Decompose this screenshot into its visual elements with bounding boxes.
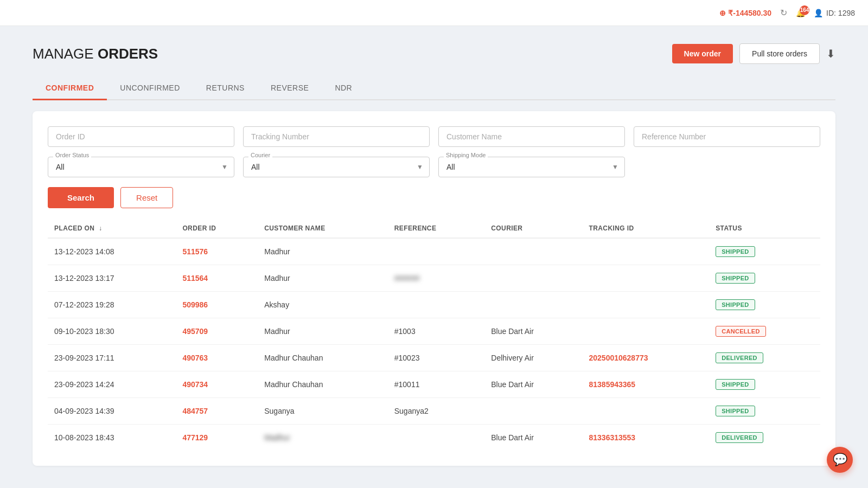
- tab-reverse[interactable]: REVERSE: [258, 77, 322, 100]
- tracking-number-input[interactable]: [243, 126, 430, 147]
- table-row: 13-12-2023 13:17 511564 Madhur ###### SH…: [48, 265, 820, 292]
- tracking-id-link[interactable]: 20250010628773: [589, 354, 648, 362]
- order-id-cell: 495709: [176, 318, 258, 345]
- status-cell: CANCELLED: [709, 318, 820, 345]
- placed-on-cell: 04-09-2023 14:39: [48, 398, 176, 425]
- tab-ndr[interactable]: NDR: [322, 77, 365, 100]
- title-light: MANAGE: [33, 46, 98, 62]
- courier-label: Courier: [248, 152, 272, 158]
- tracking-id-td: [583, 238, 710, 265]
- customer-name-cell: Madhur: [264, 327, 290, 336]
- tracking-id-td: [583, 398, 710, 425]
- customer-name-td: Akshay: [258, 292, 388, 318]
- placed-on-cell: 09-10-2023 18:30: [48, 318, 176, 345]
- reference-td: [388, 425, 485, 451]
- courier-cell: [484, 265, 582, 292]
- customer-name-td: Madhur: [258, 265, 388, 292]
- customer-name-cell: Madhur: [264, 247, 290, 256]
- order-id-link[interactable]: 495709: [182, 327, 208, 336]
- customer-name-td: Madhur: [258, 318, 388, 345]
- status-badge: SHIPPED: [716, 246, 755, 257]
- download-icon: ⬇: [826, 48, 835, 60]
- customer-name-td: Madhur: [258, 238, 388, 265]
- reference-td: [388, 292, 485, 318]
- tab-unconfirmed[interactable]: UNCONFIRMED: [107, 77, 193, 100]
- col-placed-on[interactable]: PLACED ON ↓: [48, 219, 176, 238]
- tracking-id-link[interactable]: 81385943365: [589, 380, 636, 389]
- status-badge: CANCELLED: [716, 326, 766, 337]
- sort-icon: ↓: [99, 224, 102, 232]
- courier-cell: [484, 398, 582, 425]
- courier-cell: Blue Dart Air: [484, 371, 582, 398]
- col-status: STATUS: [709, 219, 820, 238]
- reference-td: ######: [388, 265, 485, 292]
- shipping-mode-select[interactable]: All Air Surface: [438, 157, 625, 177]
- shipping-mode-group: Shipping Mode All Air Surface ▼: [438, 157, 625, 177]
- table-row: 10-08-2023 18:43 477129 Madhur Blue Dart…: [48, 425, 820, 451]
- tracking-id-link[interactable]: 81336313553: [589, 433, 636, 442]
- search-button[interactable]: Search: [48, 187, 114, 208]
- reference-cell: #10023: [394, 354, 420, 362]
- table-row: 07-12-2023 19:28 509986 Akshay SHIPPED: [48, 292, 820, 318]
- order-id-link[interactable]: 511576: [182, 247, 208, 256]
- plus-icon: ⊕: [719, 9, 726, 17]
- order-status-group: Order Status All Shipped Delivered Cance…: [48, 157, 234, 177]
- table-row: 23-09-2023 14:24 490734 Madhur Chauhan #…: [48, 371, 820, 398]
- topbar: ⊕ ₹-144580.30 ↻ 🔔 164 👤 ID: 1298: [0, 0, 868, 26]
- order-id-link[interactable]: 477129: [182, 433, 208, 442]
- tab-returns[interactable]: RETURNS: [193, 77, 258, 100]
- notification-bell[interactable]: 🔔 164: [796, 9, 805, 17]
- tabs-nav: CONFIRMED UNCONFIRMED RETURNS REVERSE ND…: [33, 77, 835, 100]
- reference-cell: #10011: [394, 380, 420, 389]
- order-id-link[interactable]: 509986: [182, 300, 208, 309]
- refresh-icon[interactable]: ↻: [780, 8, 787, 18]
- order-status-select[interactable]: All Shipped Delivered Cancelled Pending: [48, 157, 234, 177]
- order-id-input[interactable]: [48, 126, 234, 147]
- customer-name-cell: Madhur: [264, 433, 290, 442]
- chat-button[interactable]: 💬: [827, 447, 853, 473]
- reference-number-input[interactable]: [634, 126, 820, 147]
- order-id-link[interactable]: 490763: [182, 354, 208, 362]
- pull-store-orders-button[interactable]: Pull store orders: [739, 43, 820, 64]
- reference-cell: #1003: [394, 327, 416, 336]
- customer-name-td: Madhur Chauhan: [258, 371, 388, 398]
- reference-td: #10011: [388, 371, 485, 398]
- placed-on-cell: 07-12-2023 19:28: [48, 292, 176, 318]
- order-id-link[interactable]: 490734: [182, 380, 208, 389]
- order-id-cell: 490763: [176, 345, 258, 371]
- customer-name-input[interactable]: [438, 126, 625, 147]
- order-status-label: Order Status: [53, 152, 91, 158]
- new-order-button[interactable]: New order: [672, 44, 733, 63]
- order-id-cell: 477129: [176, 425, 258, 451]
- order-id-link[interactable]: 484757: [182, 407, 208, 415]
- col-courier: COURIER: [484, 219, 582, 238]
- courier-cell: Blue Dart Air: [484, 425, 582, 451]
- courier-cell: [484, 292, 582, 318]
- page-title: MANAGE ORDERS: [33, 46, 158, 62]
- col-customer-name: CUSTOMER NAME: [258, 219, 388, 238]
- orders-card: Order Status All Shipped Delivered Cance…: [33, 111, 835, 466]
- filter-actions: Search Reset: [48, 187, 820, 208]
- customer-name-cell: Madhur: [264, 274, 290, 282]
- reference-td: [388, 238, 485, 265]
- status-cell: SHIPPED: [709, 265, 820, 292]
- tab-confirmed[interactable]: CONFIRMED: [33, 77, 107, 100]
- table-row: 09-10-2023 18:30 495709 Madhur #1003 Blu…: [48, 318, 820, 345]
- user-id: ID: 1298: [826, 9, 855, 17]
- download-button[interactable]: ⬇: [826, 47, 835, 60]
- table-row: 04-09-2023 14:39 484757 Suganya Suganya2…: [48, 398, 820, 425]
- tracking-id-td: [583, 265, 710, 292]
- order-id-link[interactable]: 511564: [182, 274, 208, 282]
- reset-button[interactable]: Reset: [120, 187, 173, 208]
- placed-on-cell: 13-12-2023 13:17: [48, 265, 176, 292]
- orders-table: PLACED ON ↓ ORDER ID CUSTOMER NAME REFER…: [48, 219, 820, 451]
- courier-select[interactable]: All Blue Dart Air Delhivery Air Ecom Exp…: [243, 157, 430, 177]
- status-badge: SHIPPED: [716, 406, 755, 416]
- notification-count: 164: [800, 5, 809, 15]
- status-cell: DELIVERED: [709, 345, 820, 371]
- order-id-cell: 511564: [176, 265, 258, 292]
- courier-cell: Delhivery Air: [484, 345, 582, 371]
- customer-name-cell: Madhur Chauhan: [264, 380, 323, 389]
- order-id-cell: 490734: [176, 371, 258, 398]
- customer-name-td: Madhur Chauhan: [258, 345, 388, 371]
